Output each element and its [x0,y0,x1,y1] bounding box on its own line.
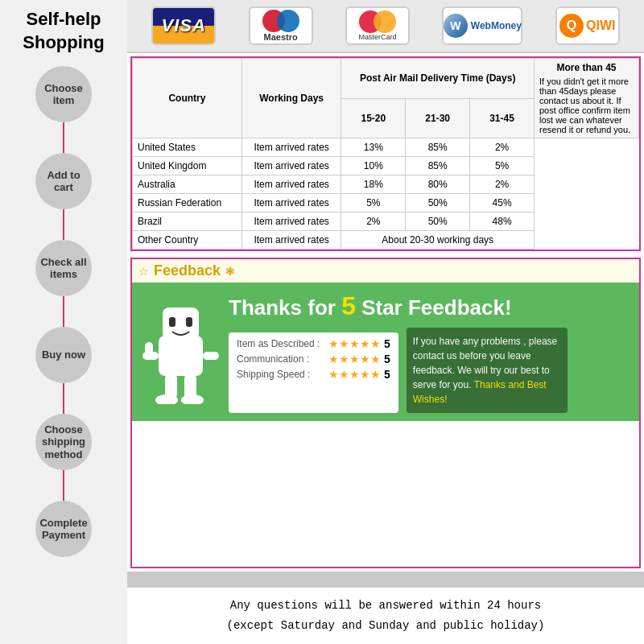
webmoney-content: W WebMoney [444,14,522,38]
step-circle-add-to-cart[interactable]: Add to cart [35,153,92,209]
step-circle-payment[interactable]: Complete Payment [35,501,92,557]
v31_45-cell: 2% [470,175,535,194]
v21_30-cell: 80% [406,175,470,194]
v15_20-cell: 2% [341,213,406,231]
rating-row: Communication :★★★★★5 [237,353,390,365]
step-line-1 [63,122,64,153]
step-item-payment: Complete Payment [0,501,127,557]
rates-cell: Item arrived rates [242,231,341,250]
v15_20-cell: 13% [341,138,406,157]
v21_30-cell: 50% [406,213,470,231]
rating-row: Shipping Speed :★★★★★5 [237,368,390,381]
mastercard-logo: MasterCard [345,6,410,45]
step-line-3 [63,296,64,327]
col-delivery-title: Post Air Mail Delivery Time (Days) [341,59,535,99]
rating-label: Shipping Speed : [237,369,325,380]
v21_30-cell: 50% [406,194,470,213]
rating-stars: ★★★★★ [328,353,381,365]
step-circle-choose-item[interactable]: Choose item [35,66,92,122]
delivery-table: Country Working Days Post Air Mail Deliv… [132,58,639,250]
qiwi-logo: Q QIWI [555,6,620,45]
feedback-bottom: Item as Described :★★★★★5Communication :… [229,328,568,413]
country-cell: Brazil [133,213,242,231]
rating-stars: ★★★★★ [328,368,381,381]
visa-text: VISA [162,15,206,36]
feedback-title: Feedback [154,262,221,279]
feedback-text-area: Thanks for 5 Star Feedback! Item as Desc… [229,291,631,413]
step-circle-buy-now[interactable]: Buy now [35,327,92,383]
qiwi-content: Q QIWI [559,14,615,38]
v21_30-cell: 85% [406,157,470,175]
qiwi-text: QIWI [586,19,615,33]
v31_45-cell: 2% [470,138,535,157]
step-item-add-to-cart: Add to cart [0,153,127,240]
svg-point-10 [181,394,204,404]
step-item-buy-now: Buy now [0,327,127,414]
svg-rect-0 [159,336,203,376]
rates-cell: Item arrived rates [242,175,341,194]
step-circle-check-items[interactable]: Check all items [35,240,92,296]
v15_20-cell: 5% [341,194,406,213]
rating-label: Communication : [237,353,325,365]
country-cell: Australia [133,175,242,194]
v21_30-cell: 85% [406,138,470,157]
feedback-deco-left: ☆ [138,265,149,278]
country-cell: United States [133,138,242,157]
more-than-info: If you didn't get it more than 45days pl… [539,76,634,134]
col-21-30: 21-30 [406,98,470,138]
maestro-logo: Maestro [249,6,313,45]
rating-value: 5 [384,337,390,350]
step-item-choose-item: Choose item [0,66,127,153]
sidebar-title: Self-help Shopping [0,0,127,66]
contact-box: If you have any problems , please contac… [407,328,568,413]
rating-value: 5 [384,368,390,381]
svg-rect-3 [186,317,192,327]
rating-value: 5 [384,353,390,365]
feedback-header: ☆ Feedback ❃ [132,259,639,283]
feedback-deco-right: ❃ [225,265,235,278]
col-country: Country [133,59,242,138]
v15_20-cell: 10% [341,157,406,175]
step-circle-shipping[interactable]: Choose shipping method [35,414,92,470]
footer-text: Any questions will be answered within 24… [127,588,644,644]
v15_20-cell: 18% [341,175,406,194]
payment-bar: VISA Maestro MasterCard [127,0,644,53]
ratings-box: Item as Described :★★★★★5Communication :… [229,332,398,413]
rating-row: Item as Described :★★★★★5 [237,337,390,350]
sidebar: Self-help Shopping Choose item Add to ca… [0,0,127,644]
v31_45-cell: 48% [470,213,535,231]
country-cell: Other Country [133,231,242,250]
col-15-20: 15-20 [341,98,406,138]
webmoney-text: WebMoney [471,20,522,31]
mc-orange [374,10,396,33]
col-31-45: 31-45 [470,98,535,138]
v31_45-cell: 45% [470,194,535,213]
qiwi-icon: Q [559,14,584,38]
webmoney-icon: W [444,14,468,38]
step-line-4 [63,383,64,414]
step-line-2 [63,209,64,240]
rates-cell: Item arrived rates [242,194,341,213]
rating-label: Item as Described : [237,338,325,349]
mastercard-label: MasterCard [358,33,396,41]
rates-cell: Item arrived rates [242,157,341,175]
mastercard-circles [359,10,396,33]
maestro-blue-circle [277,10,299,32]
maestro-label: Maestro [263,32,297,42]
v31_45-cell: 5% [470,157,535,175]
maestro-circles [262,10,299,32]
step-item-check-items: Check all items [0,240,127,327]
step-line-5 [63,470,64,501]
country-cell: Russian Federation [133,194,242,213]
rates-cell: Item arrived rates [242,138,341,157]
webmoney-logo: W WebMoney [442,6,522,45]
footer-bar [127,572,644,588]
delivery-section: Country Working Days Post Air Mail Deliv… [130,56,641,251]
svg-rect-2 [169,317,175,327]
visa-logo: VISA [151,6,216,45]
merged-cell: About 20-30 working days [341,231,535,250]
feedback-body: Thanks for 5 Star Feedback! Item as Desc… [132,283,639,421]
rating-stars: ★★★★★ [328,337,381,350]
mascot-svg [142,299,219,404]
svg-rect-5 [145,342,153,354]
